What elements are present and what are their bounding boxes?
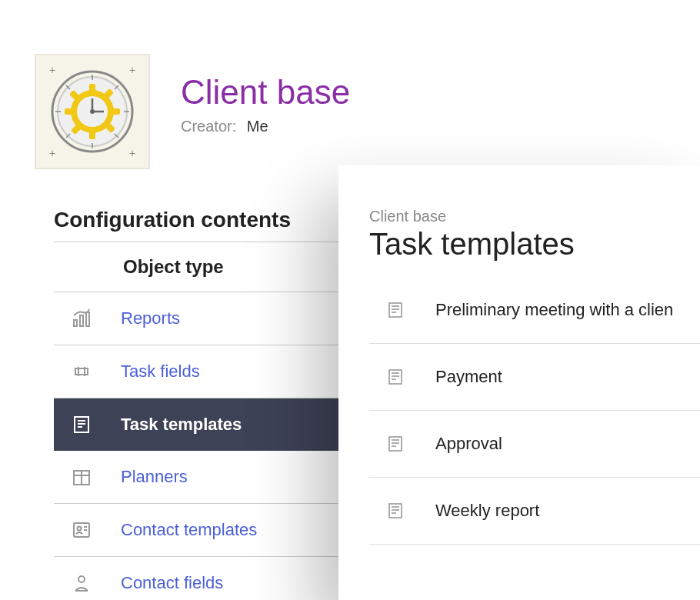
- svg-rect-29: [86, 312, 89, 326]
- svg-rect-13: [65, 108, 74, 115]
- svg-text:+: +: [129, 147, 135, 159]
- template-label: Payment: [435, 367, 502, 387]
- template-label: Preliminary meeting with a clien: [435, 300, 673, 320]
- sidebar-item-label: Task fields: [121, 362, 200, 382]
- template-icon: [69, 412, 94, 437]
- svg-rect-11: [89, 84, 95, 93]
- template-icon: [386, 435, 405, 453]
- svg-text:+: +: [49, 64, 55, 76]
- template-label: Weekly report: [435, 501, 539, 521]
- list-item[interactable]: Preliminary meeting with a clien: [369, 300, 700, 344]
- creator-value: Me: [247, 118, 268, 135]
- overlay-panel: Client base Task templates Preliminary m…: [338, 165, 700, 600]
- template-icon: [386, 502, 405, 520]
- svg-point-44: [78, 576, 85, 582]
- sidebar-item-label: Contact templates: [121, 520, 257, 540]
- svg-rect-28: [80, 315, 83, 326]
- app-icon: + + + +: [35, 54, 150, 169]
- template-label: Approval: [435, 434, 502, 454]
- clock-gear-icon: + + + +: [42, 62, 142, 162]
- list-item[interactable]: Weekly report: [369, 478, 700, 545]
- template-list: Preliminary meeting with a clien Payment: [369, 300, 700, 545]
- list-item[interactable]: Approval: [369, 411, 700, 478]
- svg-rect-14: [111, 108, 120, 115]
- sidebar-item-label: Task templates: [121, 415, 242, 435]
- svg-rect-58: [389, 504, 402, 518]
- svg-rect-54: [389, 437, 402, 451]
- creator-label: Creator:: [181, 118, 236, 135]
- svg-rect-50: [389, 370, 402, 384]
- page-title: Client base: [181, 73, 350, 112]
- planner-icon: [69, 465, 94, 489]
- fields-icon: [69, 359, 94, 384]
- svg-point-41: [78, 527, 82, 531]
- reports-icon: [69, 306, 94, 331]
- svg-text:+: +: [49, 147, 55, 159]
- svg-rect-12: [89, 130, 95, 139]
- breadcrumb[interactable]: Client base: [369, 208, 700, 225]
- title-block: Client base Creator: Me: [181, 54, 350, 169]
- page-header: + + + + Client base Creator: Me: [0, 0, 700, 169]
- contact-field-icon: [69, 571, 94, 595]
- sidebar-item-label: Contact fields: [121, 573, 223, 593]
- creator-row: Creator: Me: [181, 118, 350, 135]
- sidebar-item-label: Planners: [121, 467, 188, 487]
- list-item[interactable]: Payment: [369, 344, 700, 411]
- svg-rect-30: [75, 368, 88, 375]
- template-icon: [386, 368, 405, 386]
- sidebar-item-label: Reports: [121, 308, 180, 328]
- svg-text:+: +: [129, 64, 135, 76]
- svg-rect-46: [389, 303, 402, 317]
- svg-rect-27: [74, 320, 77, 326]
- svg-point-22: [90, 109, 95, 114]
- overlay-title: Task templates: [369, 227, 700, 262]
- template-icon: [386, 301, 405, 319]
- contact-template-icon: [69, 518, 94, 542]
